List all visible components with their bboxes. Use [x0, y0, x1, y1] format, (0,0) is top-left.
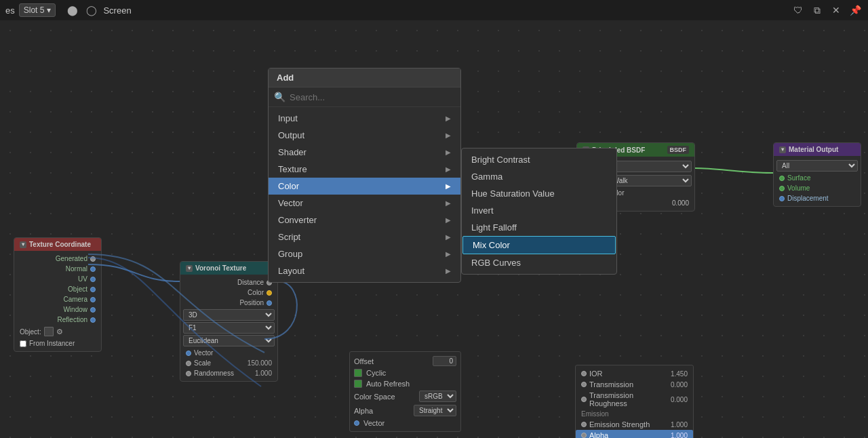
voronoi-input-vector: Vector [180, 348, 277, 358]
socket-camera[interactable] [90, 297, 96, 302]
bsdf-badge: BSDF [667, 146, 690, 154]
close-icon[interactable]: ✕ [829, 3, 844, 18]
collapse-btn[interactable]: ▾ [779, 146, 786, 153]
output-reflection: Reflection [14, 315, 101, 325]
submenu-item-gamma[interactable]: Gamma [462, 168, 616, 185]
object-field: Object: ⚙ [14, 325, 101, 338]
menu-item-shader[interactable]: Shader ▶ [269, 144, 460, 161]
node-material-output: ▾ Material Output All Surface Volume Dis… [773, 142, 861, 207]
voronoi-input-randomness: Randomness 1.000 [180, 368, 277, 378]
node-texture-coordinate: ▾ Texture Coordinate Generated Normal UV… [14, 237, 102, 352]
voronoi-header[interactable]: ▾ Voronoi Texture [180, 262, 277, 275]
socket-reflection[interactable] [90, 317, 96, 323]
transmission-roughness-row: Transmission Roughness 0.000 [576, 390, 693, 409]
socket-volume[interactable] [779, 186, 785, 191]
bottom-panel: Offset 0 Cyclic Auto Refresh Color Space… [349, 351, 461, 432]
submenu-item-rgb-curves[interactable]: RGB Curves [462, 254, 616, 271]
menu-item-color[interactable]: Color ▶ [269, 178, 460, 195]
socket-color[interactable] [267, 290, 272, 296]
search-row: 🔍 [269, 87, 460, 107]
from-instancer: From Instancer [14, 338, 101, 349]
socket-randomness[interactable] [186, 371, 191, 376]
menu-item-input[interactable]: Input ▶ [269, 110, 460, 127]
texture-coord-header[interactable]: ▾ Texture Coordinate [14, 238, 101, 251]
arrow-texture: ▶ [446, 165, 451, 173]
slot-dropdown[interactable]: Slot 5 ▾ [19, 3, 56, 17]
cyclic-checkbox[interactable] [354, 369, 362, 377]
all-select[interactable]: All [776, 160, 858, 172]
socket-scale[interactable] [186, 361, 191, 366]
voronoi-selects: 3D F1 Euclidean [180, 308, 277, 348]
socket-surface[interactable] [779, 176, 785, 181]
top-bar-right: 🛡 ⧉ ✕ 📌 [791, 3, 863, 18]
top-bar-icons: ⬤ ◯ [65, 3, 99, 18]
menu-item-script[interactable]: Script ▶ [269, 228, 460, 245]
menu-item-layout[interactable]: Layout ▶ [269, 262, 460, 279]
submenu-item-mix-color[interactable]: Mix Color [462, 236, 616, 254]
socket-ior[interactable] [581, 371, 587, 376]
submenu-item-invert[interactable]: Invert [462, 202, 616, 219]
socket-vector-out[interactable] [354, 420, 359, 426]
arrow-group: ▶ [446, 250, 451, 258]
socket-window[interactable] [90, 307, 96, 313]
offset-row: Offset 0 [354, 355, 456, 367]
color-space-row: Color Space sRGB [354, 389, 456, 403]
from-instancer-checkbox[interactable] [20, 340, 26, 347]
voronoi-dist-select[interactable]: Euclidean [183, 335, 275, 346]
displacement-input: Displacement [774, 193, 861, 203]
camera-icon[interactable]: ◯ [84, 3, 99, 18]
all-row: All [774, 159, 861, 173]
texture-coord-title: Texture Coordinate [29, 241, 91, 248]
search-input[interactable] [290, 92, 455, 102]
socket-transmission[interactable] [581, 382, 587, 387]
socket-generated[interactable] [90, 256, 96, 262]
color-space-select[interactable]: sRGB [419, 391, 456, 402]
menu-items: Input ▶ Output ▶ Shader ▶ Texture ▶ Colo… [269, 107, 460, 282]
cyclic-row: Cyclic [354, 367, 456, 378]
pin-icon[interactable]: 📌 [848, 3, 863, 18]
menu-item-vector[interactable]: Vector ▶ [269, 195, 460, 212]
socket-alpha-bsdf[interactable] [581, 433, 587, 438]
app-title: es [5, 5, 15, 16]
auto-refresh-checkbox[interactable] [354, 380, 362, 388]
socket-emission-strength[interactable] [581, 422, 587, 427]
output-object: Object [14, 284, 101, 294]
color-submenu: Bright Contrast Gamma Hue Saturation Val… [461, 148, 617, 275]
socket-transmission-roughness[interactable] [581, 397, 587, 402]
alpha-select[interactable]: Straight [414, 405, 456, 416]
volume-input: Volume [774, 183, 861, 193]
sphere-icon[interactable]: ⬤ [65, 3, 80, 18]
menu-item-group[interactable]: Group ▶ [269, 245, 460, 262]
socket-normal[interactable] [90, 266, 96, 272]
submenu-item-hue-saturation[interactable]: Hue Saturation Value [462, 185, 616, 202]
voronoi-mode-select[interactable]: 3D [183, 309, 275, 321]
menu-item-converter[interactable]: Converter ▶ [269, 212, 460, 228]
object-picker[interactable] [44, 327, 54, 336]
bsdf-bottom-panel: IOR 1.450 Transmission 0.000 Transmissio… [575, 365, 694, 438]
alpha-row: Alpha Straight [354, 403, 456, 418]
collapse-btn[interactable]: ▾ [186, 265, 193, 272]
transmission-row: Transmission 0.000 [576, 379, 693, 390]
collapse-btn[interactable]: ▾ [20, 241, 26, 248]
add-menu-header: Add [269, 68, 460, 87]
submenu-item-bright-contrast[interactable]: Bright Contrast [462, 151, 616, 168]
menu-item-output[interactable]: Output ▶ [269, 127, 460, 144]
submenu-item-light-falloff[interactable]: Light Falloff [462, 219, 616, 236]
voronoi-f-select[interactable]: F1 [183, 322, 275, 334]
output-uv: UV [14, 274, 101, 284]
socket-object[interactable] [90, 287, 96, 292]
texture-coord-body: Generated Normal UV Object Camera Window… [14, 251, 101, 351]
socket-uv[interactable] [90, 277, 96, 282]
socket-vector-in[interactable] [186, 351, 191, 356]
copy-icon[interactable]: ⧉ [810, 3, 825, 18]
shield-icon[interactable]: 🛡 [791, 3, 806, 18]
socket-displacement[interactable] [779, 196, 785, 201]
material-output-header[interactable]: ▾ Material Output [774, 143, 861, 156]
vector-row: Vector [354, 418, 456, 429]
menu-item-texture[interactable]: Texture ▶ [269, 161, 460, 178]
arrow-output: ▶ [446, 132, 451, 139]
socket-position[interactable] [267, 300, 272, 306]
voronoi-body: Distance Color Position 3D F1 Euclidean … [180, 275, 277, 381]
surface-input: Surface [774, 173, 861, 183]
screen-label: Screen [103, 5, 131, 16]
